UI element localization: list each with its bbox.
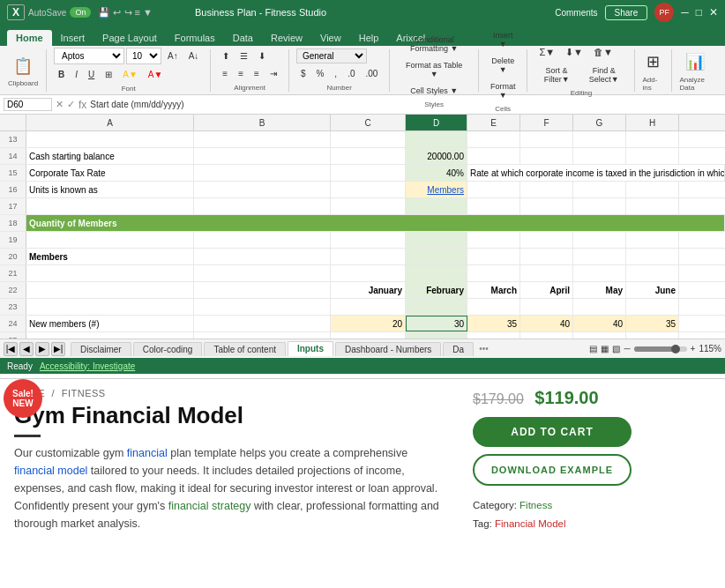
- add-to-cart-button[interactable]: ADD TO CART: [473, 417, 632, 447]
- cell-F23[interactable]: [520, 299, 573, 315]
- view-normal-btn[interactable]: ▤: [589, 344, 597, 354]
- cell-F21[interactable]: [520, 265, 573, 281]
- cell-B22[interactable]: [194, 282, 331, 298]
- cell-A23[interactable]: [26, 299, 194, 315]
- tab-view[interactable]: View: [311, 30, 350, 46]
- cell-G22[interactable]: May: [573, 282, 626, 298]
- cell-D19[interactable]: [406, 232, 467, 248]
- conditional-format-btn[interactable]: Conditional Formatting ▼: [397, 33, 471, 56]
- cell-D16[interactable]: Members: [406, 182, 467, 197]
- italic-btn[interactable]: I: [71, 67, 82, 82]
- col-header-H[interactable]: H: [626, 115, 679, 130]
- sheet-tab-dashboard-numbers[interactable]: Dashboard - Numbers: [335, 342, 441, 356]
- cell-B13[interactable]: [194, 131, 331, 147]
- close-btn[interactable]: ✕: [709, 6, 718, 19]
- cell-F14[interactable]: [520, 148, 573, 164]
- cell-G16[interactable]: [573, 182, 626, 197]
- format-table-btn[interactable]: Format as Table ▼: [397, 58, 471, 81]
- cell-B14[interactable]: [194, 148, 331, 164]
- cell-D15[interactable]: 40%: [406, 165, 467, 181]
- cell-C21[interactable]: [331, 265, 406, 281]
- cell-reference-input[interactable]: [4, 98, 52, 111]
- cell-G20[interactable]: [573, 249, 626, 264]
- sheet-tab-color-coding[interactable]: Color-coding: [133, 342, 203, 356]
- cell-styles-btn[interactable]: Cell Styles ▼: [397, 84, 471, 98]
- cell-B16[interactable]: [194, 182, 331, 197]
- cell-G17[interactable]: [573, 198, 626, 214]
- cell-H14[interactable]: [626, 148, 679, 164]
- sheet-nav-last[interactable]: ▶|: [51, 342, 65, 356]
- fill-btn[interactable]: ⬇▼: [561, 44, 587, 61]
- cell-F22[interactable]: April: [520, 282, 573, 298]
- cell-F20[interactable]: [520, 249, 573, 264]
- cell-A16[interactable]: Units is known as: [26, 182, 194, 197]
- sum-btn[interactable]: Σ▼: [534, 44, 559, 61]
- cell-B17[interactable]: [194, 198, 331, 214]
- col-header-E[interactable]: E: [467, 115, 520, 130]
- col-header-F[interactable]: F: [520, 115, 573, 130]
- cell-C16[interactable]: [331, 182, 406, 197]
- tab-help[interactable]: Help: [350, 30, 388, 46]
- cell-D17[interactable]: [406, 198, 467, 214]
- cell-G24[interactable]: 40: [573, 316, 626, 331]
- cell-E19[interactable]: [467, 232, 520, 248]
- cell-C23[interactable]: [331, 299, 406, 315]
- cell-A14[interactable]: Cash starting balance: [26, 148, 194, 164]
- dec-dec-btn[interactable]: .00: [361, 66, 382, 81]
- tab-data[interactable]: Data: [224, 30, 262, 46]
- cell-D25[interactable]: [406, 332, 467, 339]
- sheet-nav-prev[interactable]: ◀: [19, 342, 34, 356]
- tab-home[interactable]: Home: [7, 30, 52, 46]
- border-btn[interactable]: ⊞: [101, 67, 116, 82]
- cell-D21[interactable]: [406, 265, 467, 281]
- download-example-button[interactable]: DOWNLOAD EXAMPLE: [473, 454, 632, 486]
- view-page-break-btn[interactable]: ▧: [612, 344, 620, 354]
- cell-G23[interactable]: [573, 299, 626, 315]
- cell-A24[interactable]: New members (#): [26, 316, 194, 331]
- cell-D14[interactable]: 20000.00: [406, 148, 467, 164]
- cell-F17[interactable]: [520, 198, 573, 214]
- align-left-btn[interactable]: ≡: [218, 66, 232, 81]
- cell-C25[interactable]: [331, 332, 406, 339]
- cell-H17[interactable]: [626, 198, 679, 214]
- cell-C17[interactable]: [331, 198, 406, 214]
- delete-btn[interactable]: Delete ▼: [486, 54, 520, 77]
- category-value-link[interactable]: Fitness: [519, 500, 552, 510]
- cell-H22[interactable]: June: [626, 282, 679, 298]
- align-center-btn[interactable]: ≡: [234, 66, 248, 81]
- number-format-select[interactable]: General: [296, 48, 367, 63]
- cell-E13[interactable]: [467, 131, 520, 147]
- cell-C14[interactable]: [331, 148, 406, 164]
- sheet-tab-more[interactable]: •••: [479, 344, 489, 354]
- font-color-btn[interactable]: A▼: [144, 67, 168, 82]
- cell-E20[interactable]: [467, 249, 520, 264]
- addins-btn[interactable]: ⊞: [642, 49, 664, 74]
- cell-B23[interactable]: [194, 299, 331, 315]
- cell-G21[interactable]: [573, 265, 626, 281]
- zoom-out-btn[interactable]: ─: [624, 344, 630, 354]
- indent-btn[interactable]: ⇥: [265, 66, 281, 81]
- format-btn[interactable]: Format ▼: [486, 79, 520, 102]
- col-header-G[interactable]: G: [573, 115, 626, 130]
- sheet-tab-inputs[interactable]: Inputs: [288, 341, 333, 356]
- analyze-data-btn[interactable]: 📊: [681, 49, 709, 74]
- cell-C24[interactable]: 20: [331, 316, 406, 331]
- formula-confirm-btn[interactable]: ✓: [67, 99, 75, 110]
- cell-H21[interactable]: [626, 265, 679, 281]
- cell-G19[interactable]: [573, 232, 626, 248]
- cell-E24[interactable]: 35: [467, 316, 520, 331]
- cell-C13[interactable]: [331, 131, 406, 147]
- cell-B21[interactable]: [194, 265, 331, 281]
- cell-B25[interactable]: [194, 332, 331, 339]
- comma-btn[interactable]: ,: [330, 66, 341, 81]
- cell-A21[interactable]: [26, 265, 194, 281]
- cell-G13[interactable]: [573, 131, 626, 147]
- dec-inc-btn[interactable]: .0: [343, 66, 359, 81]
- cell-D22[interactable]: February: [406, 282, 467, 298]
- formula-cancel-btn[interactable]: ✕: [56, 99, 64, 110]
- cell-F16[interactable]: [520, 182, 573, 197]
- cell-H19[interactable]: [626, 232, 679, 248]
- cell-B20[interactable]: [194, 249, 331, 264]
- align-right-btn[interactable]: ≡: [250, 66, 264, 81]
- cell-E22[interactable]: March: [467, 282, 520, 298]
